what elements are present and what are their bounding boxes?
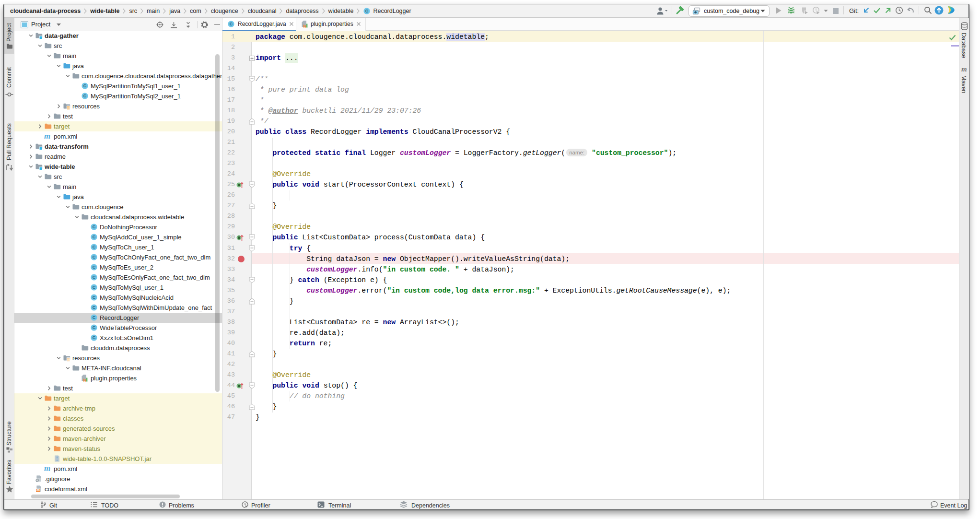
svg-text:C: C: [230, 22, 233, 26]
svg-text:C: C: [93, 275, 96, 280]
svg-text:C: C: [93, 235, 96, 239]
svg-text:C: C: [93, 325, 96, 330]
svg-text:C: C: [93, 335, 96, 340]
svg-text:C: C: [93, 245, 96, 249]
svg-text:C: C: [93, 224, 96, 229]
svg-text:C: C: [93, 305, 96, 310]
svg-text:C: C: [93, 285, 96, 290]
svg-text:C: C: [83, 94, 87, 98]
svg-text:C: C: [93, 315, 96, 320]
svg-text:C: C: [93, 265, 96, 270]
svg-text:C: C: [93, 295, 96, 300]
svg-text:C: C: [365, 9, 369, 13]
svg-text:C: C: [83, 83, 87, 88]
svg-text:C: C: [93, 255, 96, 260]
svg-text:<>: <>: [36, 489, 40, 492]
